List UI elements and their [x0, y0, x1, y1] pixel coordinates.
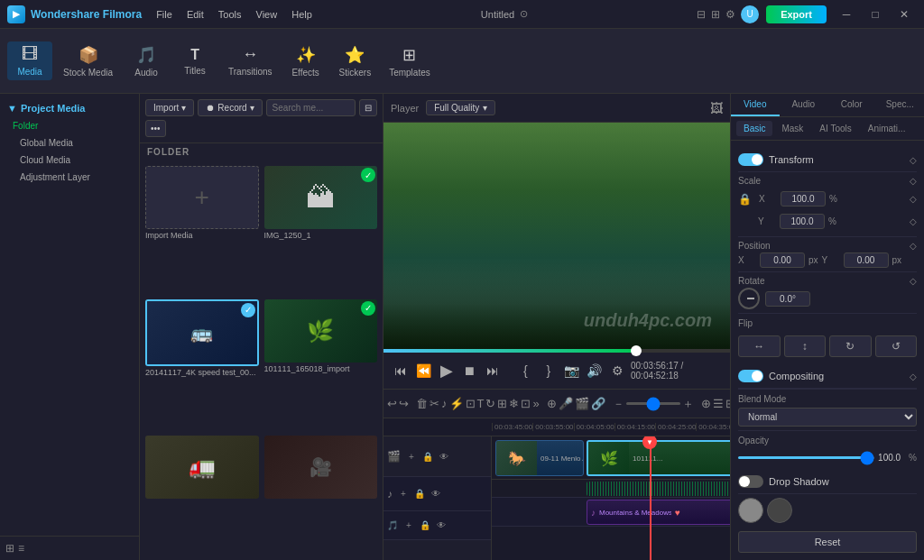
folder-item[interactable]: Folder [5, 117, 134, 134]
media-item-other[interactable]: 🎥 [264, 436, 378, 555]
blend-mode-select[interactable]: Normal Multiply Screen [738, 408, 917, 427]
tl-zoom-out-btn[interactable]: － [613, 393, 624, 415]
snapshot-button[interactable]: 📷 [562, 360, 581, 381]
music-clip[interactable]: ♪ Mountains & Meadows... ♥ [587, 500, 730, 525]
media-item-truck[interactable]: 🚛 [145, 436, 259, 555]
tab-color[interactable]: Color [827, 94, 876, 116]
flip-h-btn[interactable]: ↔ [738, 335, 781, 357]
rotate-diamond-icon[interactable]: ◇ [910, 276, 917, 286]
tl-zoom-in-btn[interactable]: ＋ [682, 393, 694, 415]
tl-more-btn[interactable]: » [532, 393, 539, 415]
tl-split-btn[interactable]: ⚡ [449, 393, 464, 415]
tool-media[interactable]: 🎞 Media [7, 41, 52, 80]
track-audio2-eye-btn[interactable]: 👁 [434, 519, 448, 533]
menu-help[interactable]: Help [291, 9, 312, 20]
tl-rotate-btn[interactable]: ↻ [485, 393, 495, 415]
stop-button[interactable]: ⏹ [459, 360, 478, 381]
subtab-animation[interactable]: Animati... [861, 121, 913, 136]
tl-text-btn[interactable]: T [477, 393, 485, 415]
tab-video[interactable]: Video [731, 94, 780, 116]
flip-btn4[interactable]: ↺ [875, 335, 918, 357]
compositing-diamond-icon[interactable]: ◇ [910, 372, 917, 381]
tl-link-btn[interactable]: 🔗 [591, 393, 605, 415]
sidebar-item-adjustment-layer[interactable]: Adjustment Layer [5, 169, 134, 186]
tl-delete-btn[interactable]: 🗑 [416, 393, 428, 415]
reset-button[interactable]: Reset [738, 531, 917, 553]
menu-edit[interactable]: Edit [187, 9, 204, 20]
clip-menlo[interactable]: 🐎 09-11 Menlo Atherton... [495, 440, 584, 476]
sidebar-item-global-media[interactable]: Global Media [5, 134, 134, 151]
shadow-color-1[interactable] [738, 498, 763, 523]
tab-spec[interactable]: Spec... [876, 94, 925, 116]
close-button[interactable]: ✕ [892, 5, 917, 23]
tool-titles[interactable]: T Titles [172, 43, 217, 79]
track-eye-btn[interactable]: 👁 [437, 449, 451, 464]
track-lock-btn[interactable]: 🔒 [420, 449, 435, 464]
mark-in-button[interactable]: { [516, 360, 535, 381]
tl-pip-btn[interactable]: ⊞ [497, 393, 507, 415]
menu-tools[interactable]: Tools [218, 9, 242, 20]
track-audio-lock-btn[interactable]: 🔒 [412, 487, 427, 501]
maximize-button[interactable]: □ [863, 5, 888, 23]
tool-audio[interactable]: 🎵 Audio [124, 41, 169, 81]
tab-audio[interactable]: Audio [780, 94, 828, 116]
flip-v-btn[interactable]: ↕ [784, 335, 827, 357]
rotate-dial[interactable] [738, 288, 760, 309]
compositing-toggle[interactable] [738, 370, 763, 382]
step-back-button[interactable]: ⏪ [413, 360, 432, 381]
preview-progress[interactable] [383, 349, 730, 353]
tl-zoom-fit-btn[interactable]: ⊡ [521, 393, 531, 415]
scale-y-input[interactable] [780, 214, 825, 229]
scale-x-input[interactable] [781, 191, 826, 207]
search-input[interactable] [266, 99, 356, 116]
scale-diamond-icon[interactable]: ◇ [910, 176, 917, 186]
opacity-slider[interactable] [738, 456, 874, 459]
track-audio-add-btn[interactable]: + [396, 487, 411, 501]
subtab-ai-tools[interactable]: AI Tools [812, 121, 858, 136]
mark-out-button[interactable]: } [539, 360, 558, 381]
tl-undo-btn[interactable]: ↩ [387, 393, 397, 415]
tl-crop-btn[interactable]: ⊡ [466, 393, 476, 415]
scale-y-diamond-icon[interactable]: ◇ [910, 216, 917, 226]
minimize-button[interactable]: ─ [834, 5, 859, 23]
menu-view[interactable]: View [256, 9, 278, 20]
tool-transitions[interactable]: ↔ Transitions [221, 41, 280, 80]
track-audio-eye-btn[interactable]: 👁 [429, 487, 443, 501]
tl-redo-btn[interactable]: ↪ [399, 393, 409, 415]
tl-settings-btn[interactable]: ☰ [713, 393, 724, 415]
skip-back-button[interactable]: ⏮ [391, 360, 410, 381]
position-diamond-icon[interactable]: ◇ [910, 241, 917, 251]
play-button[interactable]: ▶ [437, 360, 456, 381]
transform-toggle[interactable] [738, 153, 763, 166]
scale-x-diamond-icon[interactable]: ◇ [910, 194, 917, 204]
track-add-btn[interactable]: + [404, 449, 419, 464]
skip-forward-button[interactable]: ⏭ [483, 360, 502, 381]
clip-101111[interactable]: 🌿 101111... [587, 440, 730, 476]
settings-preview-button[interactable]: ⚙ [608, 360, 627, 381]
subtab-basic[interactable]: Basic [736, 121, 772, 136]
tl-audio-rec-btn[interactable]: 🎤 [559, 393, 573, 415]
more-button[interactable]: ••• [145, 120, 166, 137]
timeline-zoom-slider[interactable] [626, 402, 680, 405]
add-media-button[interactable]: + Import Media [145, 166, 259, 294]
position-y-input[interactable] [844, 252, 889, 268]
sidebar-item-cloud-media[interactable]: Cloud Media [5, 151, 134, 169]
panel-list-btn[interactable]: ≡ [18, 542, 24, 555]
audio-toggle-button[interactable]: 🔊 [585, 360, 604, 381]
preview-image-btn[interactable]: 🖼 [710, 101, 723, 115]
tool-stock-media[interactable]: 📦 Stock Media [56, 41, 120, 81]
media-item-101111[interactable]: 🌿 ✓ 101111_165018_import [264, 299, 378, 431]
menu-file[interactable]: File [156, 9, 172, 20]
transform-diamond-icon[interactable]: ◇ [910, 155, 917, 165]
rotate-input[interactable] [765, 291, 810, 307]
subtab-mask[interactable]: Mask [774, 121, 810, 136]
tl-freeze-btn[interactable]: ❄ [509, 393, 519, 415]
record-button[interactable]: ⏺ Record ▾ [198, 99, 262, 116]
quality-button[interactable]: Full Quality ▾ [426, 100, 495, 115]
tool-effects[interactable]: ✨ Effects [283, 41, 328, 81]
position-x-input[interactable] [760, 252, 805, 268]
project-media-title[interactable]: ▼ Project Media [5, 99, 134, 117]
tl-audio-btn[interactable]: ♪ [441, 393, 448, 415]
tool-templates[interactable]: ⊞ Templates [382, 41, 438, 81]
media-item-4ktest[interactable]: 🚌 ✓ 20141117_4K speed test_00... [145, 299, 259, 431]
